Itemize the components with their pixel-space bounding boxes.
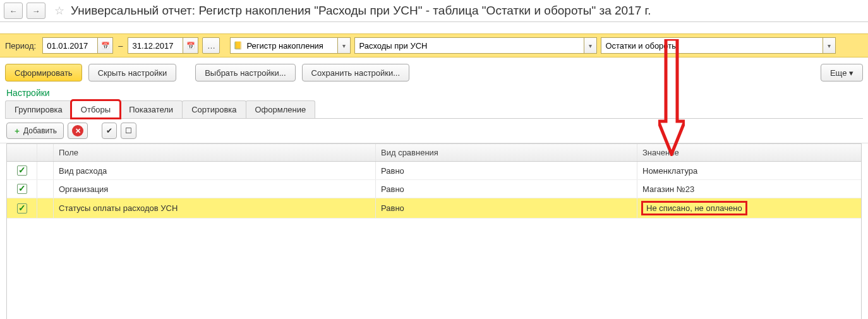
tab-grouping[interactable]: Группировка <box>5 100 72 118</box>
filter-row[interactable]: Организация Равно Магазин №23 <box>7 180 861 198</box>
page-title: Универсальный отчет: Регистр накопления … <box>71 4 651 18</box>
register-input[interactable] <box>355 38 584 53</box>
col-value[interactable]: Значение <box>637 144 861 161</box>
register-combo[interactable]: ▾ <box>354 37 597 54</box>
tab-filters[interactable]: Отборы <box>71 100 120 118</box>
dash: – <box>118 41 123 51</box>
row-checkbox[interactable] <box>17 166 27 176</box>
grid-header: Поле Вид сравнения Значение <box>7 144 861 162</box>
uncheck-toggle-button[interactable]: ☐ <box>121 123 136 139</box>
chevron-down-icon[interactable]: ▾ <box>584 38 596 53</box>
period-label: Период: <box>5 41 36 51</box>
register-type-input[interactable] <box>243 38 337 53</box>
filters-grid: Поле Вид сравнения Значение Вид расхода … <box>6 143 862 319</box>
calendar-icon[interactable]: 📅 <box>97 38 112 53</box>
plus-icon: ＋ <box>13 126 21 136</box>
register-icon: 📒 <box>233 41 243 50</box>
back-button[interactable]: ← <box>4 3 23 19</box>
filter-row-selected[interactable]: Статусы оплаты расходов УСН Равно Не спи… <box>7 198 861 219</box>
date-from-field[interactable]: 📅 <box>42 37 113 54</box>
table-combo[interactable]: ▾ <box>601 37 836 54</box>
row-checkbox[interactable] <box>17 184 27 194</box>
period-bar: Период: 📅 – 📅 … 📒 ▾ ▾ ▾ <box>0 33 868 57</box>
action-bar: Сформировать Скрыть настройки Выбрать на… <box>0 57 868 85</box>
tab-design[interactable]: Оформление <box>246 100 316 118</box>
add-filter-button[interactable]: ＋ Добавить <box>6 123 64 139</box>
highlighted-value[interactable]: Не списано, не оплачено <box>642 202 746 214</box>
chevron-down-icon[interactable]: ▾ <box>337 38 350 53</box>
favorite-star-icon[interactable]: ☆ <box>54 4 64 18</box>
table-input[interactable] <box>601 38 823 53</box>
period-picker-button[interactable]: … <box>202 37 220 54</box>
calendar-icon[interactable]: 📅 <box>183 38 198 53</box>
more-button[interactable]: Еще ▾ <box>821 64 863 81</box>
tab-indicators[interactable]: Показатели <box>119 100 183 118</box>
filter-row[interactable]: Вид расхода Равно Номенклатура <box>7 162 861 180</box>
col-field[interactable]: Поле <box>54 144 376 161</box>
top-nav: ← → ☆ Универсальный отчет: Регистр накоп… <box>0 0 868 22</box>
check-toggle-button[interactable]: ✔︎ <box>102 123 117 139</box>
filter-toolbar: ＋ Добавить ✕ ✔︎ ☐ <box>0 119 868 143</box>
tab-sorting[interactable]: Сортировка <box>182 100 246 118</box>
date-from-input[interactable] <box>43 38 97 53</box>
delete-icon: ✕ <box>72 125 83 136</box>
date-to-field[interactable]: 📅 <box>128 37 198 54</box>
register-type-combo[interactable]: 📒 ▾ <box>230 37 351 54</box>
save-settings-button[interactable]: Сохранить настройки... <box>302 64 410 81</box>
date-to-input[interactable] <box>128 38 183 53</box>
hide-settings-button[interactable]: Скрыть настройки <box>88 64 177 81</box>
chevron-down-icon[interactable]: ▾ <box>823 38 835 53</box>
settings-section-title: Настройки <box>0 85 868 98</box>
delete-filter-button[interactable]: ✕ <box>68 123 88 139</box>
forward-button[interactable]: → <box>27 3 45 19</box>
settings-tabs: Группировка Отборы Показатели Сортировка… <box>5 100 863 119</box>
row-checkbox[interactable] <box>17 203 27 214</box>
col-comparison[interactable]: Вид сравнения <box>376 144 637 161</box>
generate-button[interactable]: Сформировать <box>5 64 82 81</box>
choose-settings-button[interactable]: Выбрать настройки... <box>195 64 295 81</box>
